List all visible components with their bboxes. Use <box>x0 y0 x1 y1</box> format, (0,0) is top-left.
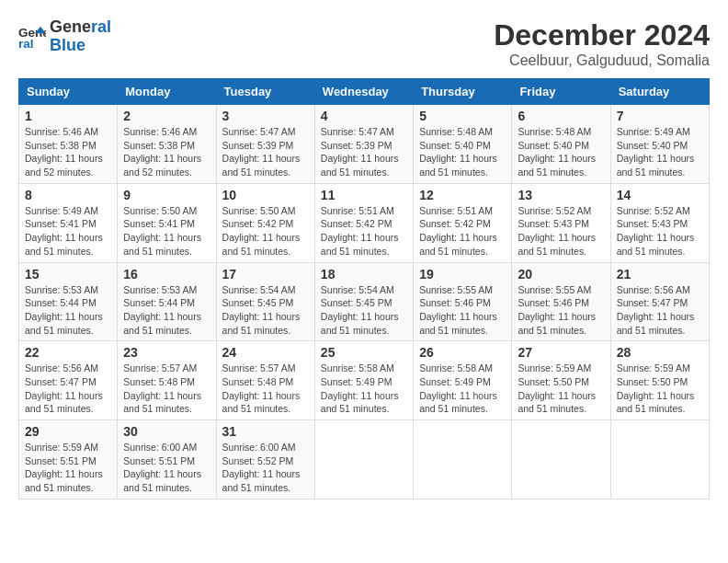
weekday-header-saturday: Saturday <box>610 79 709 105</box>
calendar-cell: 6 Sunrise: 5:48 AMSunset: 5:40 PMDayligh… <box>512 105 610 184</box>
day-detail: Sunrise: 5:57 AMSunset: 5:48 PMDaylight:… <box>222 362 301 414</box>
logo-icon: Gene ral <box>18 23 46 51</box>
calendar-cell <box>314 420 413 500</box>
day-detail: Sunrise: 5:50 AMSunset: 5:42 PMDaylight:… <box>222 205 301 257</box>
day-detail: Sunrise: 5:58 AMSunset: 5:49 PMDaylight:… <box>419 362 497 414</box>
day-number: 9 <box>123 188 210 202</box>
calendar-cell: 29 Sunrise: 5:59 AMSunset: 5:51 PMDaylig… <box>19 420 118 500</box>
day-number: 14 <box>617 188 703 202</box>
day-detail: Sunrise: 5:51 AMSunset: 5:42 PMDaylight:… <box>419 205 497 257</box>
calendar-cell: 25 Sunrise: 5:58 AMSunset: 5:49 PMDaylig… <box>314 341 413 420</box>
day-number: 13 <box>518 188 604 202</box>
calendar-cell: 20 Sunrise: 5:55 AMSunset: 5:46 PMDaylig… <box>512 262 610 341</box>
calendar-cell: 12 Sunrise: 5:51 AMSunset: 5:42 PMDaylig… <box>414 183 512 262</box>
day-detail: Sunrise: 5:58 AMSunset: 5:49 PMDaylight:… <box>321 362 399 414</box>
day-number: 28 <box>617 345 703 360</box>
day-number: 21 <box>617 267 703 282</box>
day-detail: Sunrise: 5:57 AMSunset: 5:48 PMDaylight:… <box>123 362 201 414</box>
day-detail: Sunrise: 5:52 AMSunset: 5:43 PMDaylight:… <box>518 205 596 257</box>
day-detail: Sunrise: 5:55 AMSunset: 5:46 PMDaylight:… <box>518 284 596 336</box>
calendar-cell: 4 Sunrise: 5:47 AMSunset: 5:39 PMDayligh… <box>314 105 413 184</box>
calendar-cell: 31 Sunrise: 6:00 AMSunset: 5:52 PMDaylig… <box>216 420 314 500</box>
day-number: 8 <box>25 188 111 202</box>
calendar-cell: 23 Sunrise: 5:57 AMSunset: 5:48 PMDaylig… <box>118 341 216 420</box>
day-number: 26 <box>419 345 506 360</box>
calendar-cell: 18 Sunrise: 5:54 AMSunset: 5:45 PMDaylig… <box>314 262 413 341</box>
day-number: 17 <box>222 267 309 282</box>
calendar-cell: 3 Sunrise: 5:47 AMSunset: 5:39 PMDayligh… <box>216 105 314 184</box>
day-detail: Sunrise: 5:55 AMSunset: 5:46 PMDaylight:… <box>419 284 497 336</box>
day-detail: Sunrise: 5:56 AMSunset: 5:47 PMDaylight:… <box>617 284 695 336</box>
day-detail: Sunrise: 5:59 AMSunset: 5:51 PMDaylight:… <box>25 442 103 493</box>
day-number: 11 <box>321 188 407 202</box>
calendar-cell: 26 Sunrise: 5:58 AMSunset: 5:49 PMDaylig… <box>414 341 512 420</box>
day-number: 6 <box>518 109 604 123</box>
calendar-cell <box>414 420 512 500</box>
day-number: 3 <box>222 109 309 123</box>
weekday-header-thursday: Thursday <box>414 79 512 105</box>
day-number: 19 <box>419 267 506 282</box>
day-number: 30 <box>123 424 210 439</box>
day-number: 7 <box>617 109 703 123</box>
day-number: 29 <box>25 424 111 439</box>
day-number: 10 <box>222 188 309 202</box>
day-detail: Sunrise: 5:52 AMSunset: 5:43 PMDaylight:… <box>617 205 695 257</box>
calendar-cell: 27 Sunrise: 5:59 AMSunset: 5:50 PMDaylig… <box>512 341 610 420</box>
calendar-cell: 1 Sunrise: 5:46 AMSunset: 5:38 PMDayligh… <box>19 105 118 184</box>
svg-text:ral: ral <box>18 37 34 51</box>
calendar-cell: 30 Sunrise: 6:00 AMSunset: 5:51 PMDaylig… <box>118 420 216 500</box>
calendar-week-3: 15 Sunrise: 5:53 AMSunset: 5:44 PMDaylig… <box>19 262 710 341</box>
day-detail: Sunrise: 6:00 AMSunset: 5:52 PMDaylight:… <box>222 442 301 493</box>
day-detail: Sunrise: 6:00 AMSunset: 5:51 PMDaylight:… <box>123 442 201 493</box>
day-detail: Sunrise: 5:53 AMSunset: 5:44 PMDaylight:… <box>25 284 103 336</box>
calendar-table: SundayMondayTuesdayWednesdayThursdayFrid… <box>18 78 710 500</box>
day-detail: Sunrise: 5:51 AMSunset: 5:42 PMDaylight:… <box>321 205 399 257</box>
weekday-header-friday: Friday <box>512 79 610 105</box>
calendar-cell: 28 Sunrise: 5:59 AMSunset: 5:50 PMDaylig… <box>610 341 709 420</box>
day-number: 27 <box>518 345 604 360</box>
day-number: 12 <box>419 188 506 202</box>
day-number: 25 <box>321 345 407 360</box>
calendar-cell <box>512 420 610 500</box>
day-number: 15 <box>25 267 111 282</box>
weekday-header-tuesday: Tuesday <box>216 79 314 105</box>
calendar-cell: 24 Sunrise: 5:57 AMSunset: 5:48 PMDaylig… <box>216 341 314 420</box>
calendar-cell: 16 Sunrise: 5:53 AMSunset: 5:44 PMDaylig… <box>118 262 216 341</box>
calendar-cell: 14 Sunrise: 5:52 AMSunset: 5:43 PMDaylig… <box>610 183 709 262</box>
day-number: 18 <box>321 267 407 282</box>
day-detail: Sunrise: 5:59 AMSunset: 5:50 PMDaylight:… <box>518 362 596 414</box>
logo: Gene ral General Blue <box>18 18 111 55</box>
day-detail: Sunrise: 5:46 AMSunset: 5:38 PMDaylight:… <box>123 126 201 178</box>
calendar-cell: 21 Sunrise: 5:56 AMSunset: 5:47 PMDaylig… <box>610 262 709 341</box>
day-detail: Sunrise: 5:47 AMSunset: 5:39 PMDaylight:… <box>222 126 301 178</box>
calendar-cell: 5 Sunrise: 5:48 AMSunset: 5:40 PMDayligh… <box>414 105 512 184</box>
day-detail: Sunrise: 5:47 AMSunset: 5:39 PMDaylight:… <box>321 126 399 178</box>
day-number: 16 <box>123 267 210 282</box>
weekday-header-monday: Monday <box>118 79 216 105</box>
day-detail: Sunrise: 5:59 AMSunset: 5:50 PMDaylight:… <box>617 362 695 414</box>
day-number: 5 <box>419 109 506 123</box>
day-detail: Sunrise: 5:53 AMSunset: 5:44 PMDaylight:… <box>123 284 201 336</box>
calendar-cell: 13 Sunrise: 5:52 AMSunset: 5:43 PMDaylig… <box>512 183 610 262</box>
calendar-cell: 8 Sunrise: 5:49 AMSunset: 5:41 PMDayligh… <box>19 183 118 262</box>
location-subtitle: Ceelbuur, Galguduud, Somalia <box>494 52 710 69</box>
month-title: December 2024 <box>494 18 710 52</box>
day-detail: Sunrise: 5:49 AMSunset: 5:40 PMDaylight:… <box>617 126 695 178</box>
day-detail: Sunrise: 5:54 AMSunset: 5:45 PMDaylight:… <box>321 284 399 336</box>
logo-text: General Blue <box>50 18 111 55</box>
day-detail: Sunrise: 5:48 AMSunset: 5:40 PMDaylight:… <box>518 126 596 178</box>
calendar-week-2: 8 Sunrise: 5:49 AMSunset: 5:41 PMDayligh… <box>19 183 710 262</box>
calendar-week-5: 29 Sunrise: 5:59 AMSunset: 5:51 PMDaylig… <box>19 420 710 500</box>
day-detail: Sunrise: 5:49 AMSunset: 5:41 PMDaylight:… <box>25 205 103 257</box>
calendar-cell: 10 Sunrise: 5:50 AMSunset: 5:42 PMDaylig… <box>216 183 314 262</box>
weekday-header-sunday: Sunday <box>19 79 118 105</box>
day-detail: Sunrise: 5:46 AMSunset: 5:38 PMDaylight:… <box>25 126 103 178</box>
day-detail: Sunrise: 5:56 AMSunset: 5:47 PMDaylight:… <box>25 362 103 414</box>
weekday-header-wednesday: Wednesday <box>314 79 413 105</box>
calendar-cell <box>610 420 709 500</box>
calendar-week-1: 1 Sunrise: 5:46 AMSunset: 5:38 PMDayligh… <box>19 105 710 184</box>
title-block: December 2024 Ceelbuur, Galguduud, Somal… <box>494 18 710 69</box>
day-number: 31 <box>222 424 309 439</box>
calendar-cell: 7 Sunrise: 5:49 AMSunset: 5:40 PMDayligh… <box>610 105 709 184</box>
day-detail: Sunrise: 5:50 AMSunset: 5:41 PMDaylight:… <box>123 205 201 257</box>
